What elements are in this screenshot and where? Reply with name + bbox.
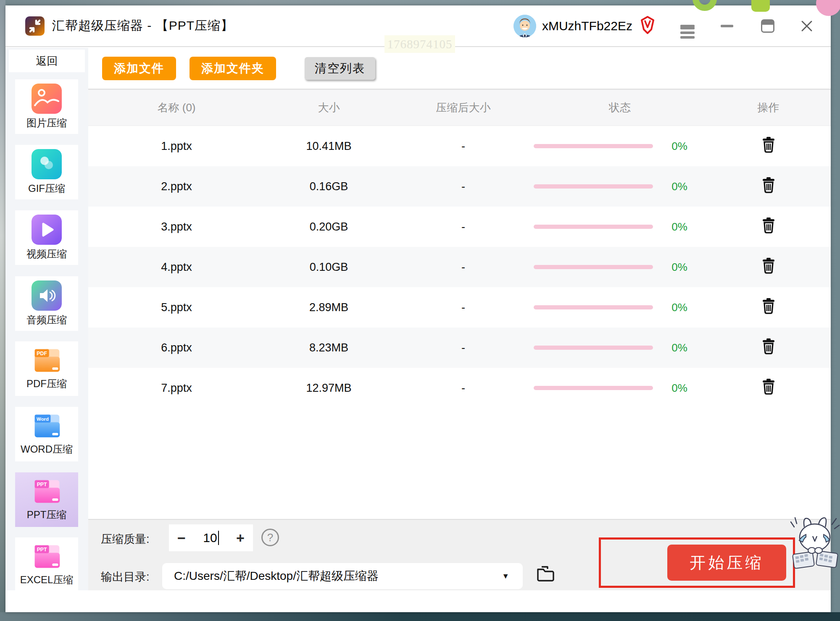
help-icon[interactable]: ? [261,529,279,546]
desktop-icon-green-square [751,0,770,12]
progress-percent: 0% [653,140,706,153]
maximize-button[interactable] [761,19,774,33]
table-row: 5.pptx 2.89MB - 0% [88,287,831,328]
progress-bar [534,265,653,269]
header-compressed-size: 压缩后大小 [393,100,534,115]
progress-bar [534,225,653,229]
file-size: 2.89MB [265,301,393,314]
menu-icon[interactable] [680,23,695,29]
sidebar-item-video-compress[interactable]: 视频压缩 [15,210,78,265]
quality-value-input[interactable]: 10 [194,531,228,545]
sidebar-item-label: EXCEL压缩 [20,573,74,587]
delete-trash-icon[interactable] [762,258,775,277]
close-button[interactable] [800,19,814,33]
video-compress-icon [32,215,62,245]
sidebar-item-label: 视频压缩 [26,247,67,261]
sidebar-item-excel-compress[interactable]: PPT EXCEL压缩 [15,537,78,590]
pdf-folder-icon: PDF [32,347,62,375]
file-name: 4.pptx [88,261,265,274]
sidebar-item-gif-compress[interactable]: GIF压缩 [15,145,78,199]
excel-folder-icon: PPT [32,543,62,571]
sidebar-item-audio-compress[interactable]: 音频压缩 [15,276,78,331]
start-compress-button[interactable]: 开始压缩 [667,545,786,581]
file-size: 0.20GB [265,220,393,233]
output-path-select[interactable]: C:/Users/汇帮/Desktop/汇帮超级压缩器 ▼ [162,563,523,589]
table-row: 2.pptx 0.16GB - 0% [88,166,831,207]
sidebar-item-label: PPT压缩 [27,508,67,521]
chevron-down-icon[interactable]: ▼ [502,572,509,581]
file-size: 0.10GB [265,261,393,274]
app-window: 汇帮超级压缩器 - 【PPT压缩】 xMUzhTFb22Ez [5,5,831,612]
file-size: 12.97MB [265,382,393,395]
header-status: 状态 [534,100,706,115]
sidebar-item-pdf-compress[interactable]: PDF PDF压缩 [15,341,78,396]
delete-trash-icon[interactable] [762,379,775,398]
progress-percent: 0% [653,261,706,274]
sidebar-item-word-compress[interactable]: Word WORD压缩 [15,407,78,461]
quality-minus-button[interactable]: − [169,530,194,546]
browse-folder-icon[interactable] [536,565,555,584]
audio-compress-icon [32,280,62,311]
compressed-size: - [393,301,534,314]
text-cursor [218,531,219,545]
desktop-sticker-rabbit [790,514,840,579]
compressed-size: - [393,180,534,193]
delete-trash-icon[interactable] [762,338,775,357]
progress-bar [534,184,653,189]
app-logo-icon [25,16,45,36]
toolbar: 添加文件 添加文件夹 清空列表 [88,48,831,89]
file-size: 10.41MB [265,140,393,153]
compressed-size: - [393,220,534,233]
svg-text:PPT: PPT [37,547,47,553]
svg-text:PPT: PPT [37,482,47,487]
file-table-body: 1.pptx 10.41MB - 0% [88,126,831,408]
progress-percent: 0% [653,220,706,233]
vip-badge-icon[interactable] [639,16,656,37]
delete-trash-icon[interactable] [762,298,775,317]
table-row: 3.pptx 0.20GB - 0% [88,207,831,247]
minimize-button[interactable] [695,25,733,27]
desktop-taskbar-strip [0,612,840,621]
delete-trash-icon[interactable] [762,217,775,236]
table-row: 7.pptx 12.97MB - 0% [88,368,831,408]
progress-bar [534,305,653,309]
delete-trash-icon[interactable] [762,137,775,156]
compressed-size: - [393,382,534,395]
sidebar-item-label: 图片压缩 [26,116,67,130]
back-button[interactable]: 返回 [9,50,85,72]
gif-compress-icon [32,149,62,179]
progress-bar [534,386,653,390]
file-size: 8.23MB [265,341,393,354]
progress-percent: 0% [653,341,706,354]
file-name: 3.pptx [88,220,265,233]
delete-trash-icon[interactable] [762,177,775,196]
header-action: 操作 [706,100,831,115]
clear-list-button[interactable]: 清空列表 [305,57,375,80]
progress-bar [534,346,653,350]
table-row: 6.pptx 8.23MB - 0% [88,328,831,368]
sidebar-item-label: PDF压缩 [26,377,67,390]
sidebar: 返回 图片压缩 GIF压缩 [5,48,88,590]
add-file-button[interactable]: 添加文件 [102,57,176,80]
sidebar-item-image-compress[interactable]: 图片压缩 [15,79,78,134]
window-title: 汇帮超级压缩器 - 【PPT压缩】 [52,17,234,34]
file-name: 1.pptx [88,140,265,153]
compressed-size: - [393,140,534,153]
svg-text:PDF: PDF [37,351,47,356]
sidebar-item-label: WORD压缩 [21,443,73,456]
quality-label: 压缩质量: [101,532,150,547]
progress-percent: 0% [653,301,706,314]
sidebar-item-label: 音频压缩 [26,313,67,327]
quality-stepper: − 10 + [169,524,253,551]
sidebar-item-ppt-compress[interactable]: PPT PPT压缩 [15,472,78,527]
user-avatar[interactable] [513,15,536,37]
file-size: 0.16GB [265,180,393,193]
quality-plus-button[interactable]: + [228,530,253,546]
file-name: 7.pptx [88,382,265,395]
username-label[interactable]: xMUzhTFb22Ez [542,19,632,33]
add-folder-button[interactable]: 添加文件夹 [190,57,276,80]
main-panel: 添加文件 添加文件夹 清空列表 名称 (0) 大小 压缩后大小 状态 操作 1.… [88,48,831,590]
table-header: 名称 (0) 大小 压缩后大小 状态 操作 [88,89,831,126]
header-size: 大小 [265,100,393,115]
file-name: 5.pptx [88,301,265,314]
